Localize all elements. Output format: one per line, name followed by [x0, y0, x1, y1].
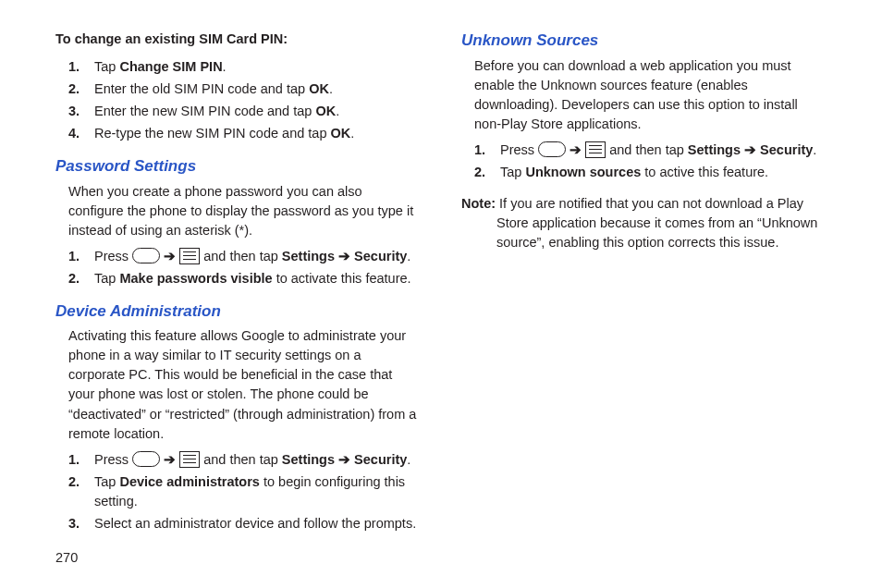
- arrow-icon: ➔: [744, 142, 756, 157]
- list-item: Press ➔ and then tap Settings ➔ Security…: [68, 247, 421, 266]
- step-text: .: [407, 452, 410, 467]
- note-label: Note:: [461, 196, 496, 211]
- step-text: Tap: [94, 474, 119, 489]
- step-text: to activate this feature.: [273, 271, 411, 286]
- page-number: 270: [55, 548, 421, 568]
- arrow-icon: ➔: [164, 452, 176, 467]
- step-text: .: [813, 142, 816, 157]
- bold-term: OK: [309, 81, 329, 96]
- arrow-icon: ➔: [338, 249, 350, 263]
- device-admin-steps: Press ➔ and then tap Settings ➔ Security…: [68, 447, 421, 536]
- sim-pin-heading: To change an existing SIM Card PIN:: [55, 30, 421, 49]
- menu-button-icon: [179, 451, 200, 468]
- list-item: Select an administrator device and follo…: [68, 514, 421, 533]
- step-text: Press: [94, 452, 132, 467]
- bold-term: Security: [756, 142, 813, 157]
- step-text: Enter the old SIM PIN code and tap: [94, 81, 309, 96]
- list-item: Tap Unknown sources to active this featu…: [474, 163, 827, 182]
- list-item: Re-type the new SIM PIN code and tap OK.: [68, 124, 421, 143]
- note: Note: If you are notified that you can n…: [461, 194, 827, 252]
- step-text: and then tap: [200, 249, 282, 263]
- bold-term: Make passwords visible: [119, 271, 272, 286]
- step-text: and then tap: [200, 452, 282, 467]
- bold-term: Unknown sources: [525, 165, 641, 179]
- bold-term: Settings: [282, 249, 338, 263]
- menu-button-icon: [585, 141, 606, 158]
- menu-button-icon: [179, 248, 200, 264]
- list-item: Tap Device administrators to begin confi…: [68, 472, 421, 511]
- bold-term: OK: [331, 126, 351, 141]
- bold-term: Change SIM PIN: [119, 59, 222, 74]
- arrow-icon: ➔: [164, 249, 176, 263]
- step-text: Tap: [94, 59, 119, 74]
- bold-term: Security: [350, 452, 407, 467]
- bold-term: Security: [350, 249, 407, 263]
- list-item: Enter the old SIM PIN code and tap OK.: [68, 80, 421, 99]
- unknown-sources-steps: Press ➔ and then tap Settings ➔ Security…: [474, 138, 827, 185]
- unknown-sources-para: Before you can download a web applicatio…: [474, 56, 827, 134]
- step-text: .: [223, 59, 227, 74]
- arrow-icon: ➔: [570, 142, 582, 157]
- device-admin-para: Activating this feature allows Google to…: [68, 326, 421, 443]
- list-item: Tap Make passwords visible to activate t…: [68, 269, 421, 288]
- note-text: If you are notified that you can not dow…: [496, 196, 817, 250]
- sim-pin-steps: Tap Change SIM PIN. Enter the old SIM PI…: [68, 55, 421, 146]
- home-button-icon: [132, 451, 160, 467]
- left-column: To change an existing SIM Card PIN: Tap …: [55, 30, 421, 568]
- list-item: Tap Change SIM PIN.: [68, 57, 421, 77]
- step-text: .: [350, 126, 354, 141]
- step-text: .: [329, 81, 333, 96]
- arrow-icon: ➔: [338, 452, 350, 467]
- right-column: Unknown Sources Before you can download …: [461, 30, 827, 568]
- step-text: and then tap: [606, 142, 688, 157]
- bold-term: Device administrators: [119, 474, 260, 489]
- step-text: .: [407, 249, 410, 263]
- home-button-icon: [132, 248, 160, 263]
- step-text: Tap: [94, 271, 119, 286]
- list-item: Enter the new SIM PIN code and tap OK.: [68, 102, 421, 121]
- bold-term: Settings: [688, 142, 744, 157]
- list-item: Press ➔ and then tap Settings ➔ Security…: [474, 141, 827, 160]
- password-settings-para: When you create a phone password you can…: [68, 182, 421, 240]
- step-text: Enter the new SIM PIN code and tap: [94, 104, 315, 118]
- step-text: .: [336, 104, 339, 118]
- bold-term: OK: [315, 104, 336, 118]
- bold-term: Settings: [282, 452, 338, 467]
- unknown-sources-heading: Unknown Sources: [461, 30, 827, 53]
- password-settings-heading: Password Settings: [55, 155, 421, 178]
- home-button-icon: [538, 141, 566, 157]
- step-text: Press: [94, 249, 132, 263]
- list-item: Press ➔ and then tap Settings ➔ Security…: [68, 450, 421, 470]
- step-text: Select an administrator device and follo…: [94, 516, 416, 531]
- step-text: Re-type the new SIM PIN code and tap: [94, 126, 331, 141]
- device-admin-heading: Device Administration: [55, 300, 421, 324]
- step-text: Press: [500, 142, 538, 157]
- step-text: to active this feature.: [641, 165, 768, 179]
- step-text: Tap: [500, 165, 525, 179]
- password-settings-steps: Press ➔ and then tap Settings ➔ Security…: [68, 244, 421, 291]
